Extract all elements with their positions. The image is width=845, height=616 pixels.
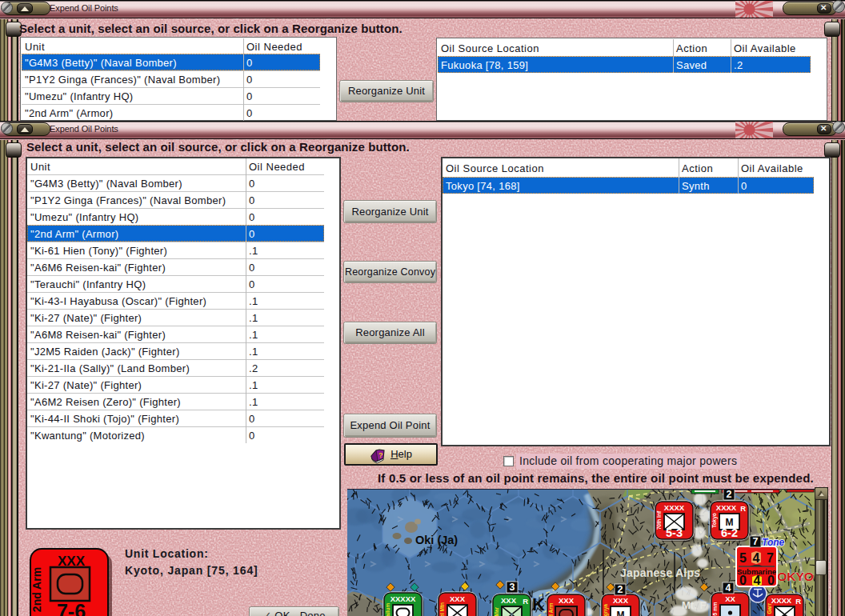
svg-text:5th Garr: 5th Garr	[767, 602, 772, 616]
svg-text:⚓: ⚓	[507, 612, 517, 616]
svg-text:0: 0	[767, 574, 775, 587]
svg-text:R: R	[795, 597, 801, 606]
svg-text:3: 3	[510, 582, 515, 593]
svg-text:2: 2	[618, 584, 623, 595]
svg-text:Lagnya: Lagnya	[603, 604, 609, 616]
svg-text:XX: XX	[725, 594, 735, 603]
svg-text:Mt. F: Mt. F	[682, 599, 706, 611]
svg-text:4: 4	[753, 551, 760, 565]
svg-text:70th Inf: 70th Inf	[656, 510, 662, 530]
svg-text:XXX: XXX	[613, 596, 629, 605]
svg-text:4: 4	[726, 582, 731, 594]
svg-text:2nd Arm: 2nd Arm	[548, 602, 554, 616]
svg-text:4: 4	[754, 574, 761, 587]
svg-text:6-2: 6-2	[721, 526, 738, 539]
svg-text:R: R	[523, 597, 528, 606]
svg-text:XXXX: XXXX	[664, 503, 685, 512]
svg-text:XXX: XXX	[559, 596, 575, 605]
svg-text:Sel Mtn: Sel Mtn	[439, 602, 445, 616]
svg-text:I Mar: I Mar	[494, 606, 499, 616]
svg-text:Tokyo: Tokyo	[711, 513, 718, 528]
svg-text:XXX: XXX	[501, 596, 517, 605]
svg-text:2: 2	[727, 490, 732, 500]
svg-text:XXXXX: XXXXX	[390, 594, 416, 603]
svg-text:105 mm: 105 mm	[712, 602, 718, 616]
svg-text:XXXX: XXXX	[771, 596, 792, 605]
svg-text:7: 7	[767, 551, 774, 565]
svg-text:XXXX: XXXX	[716, 503, 737, 512]
svg-text:R: R	[740, 504, 746, 513]
svg-text:5: 5	[739, 551, 747, 565]
svg-text:Callum: Callum	[385, 602, 390, 616]
svg-text:0: 0	[739, 574, 747, 587]
svg-text:7: 7	[753, 536, 759, 547]
svg-text:7-6: 7-6	[57, 600, 86, 616]
svg-text:2nd Arm: 2nd Arm	[30, 567, 43, 612]
svg-text:Japanese Alps: Japanese Alps	[620, 566, 700, 579]
svg-text:XXX: XXX	[450, 594, 466, 603]
svg-text:Oki (Ja): Oki (Ja)	[415, 534, 458, 546]
svg-text:M: M	[617, 610, 625, 616]
svg-text:?: ?	[378, 451, 383, 459]
svg-text:5-3: 5-3	[666, 526, 683, 539]
